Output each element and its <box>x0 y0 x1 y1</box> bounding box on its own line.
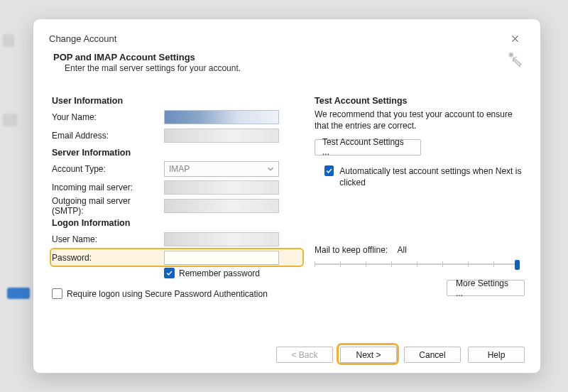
password-input[interactable] <box>164 251 279 265</box>
username-label: User Name: <box>52 234 164 244</box>
header-title: POP and IMAP Account Settings <box>53 52 505 62</box>
help-button[interactable]: Help <box>468 347 525 363</box>
email-label: Email Address: <box>52 131 164 141</box>
logon-info-heading: Logon Information <box>52 218 302 228</box>
remember-password-label: Remember password <box>179 268 260 278</box>
left-column: User Information Your Name: Email Addres… <box>52 94 302 299</box>
mail-offline-label: Mail to keep offline: <box>315 245 388 255</box>
next-button[interactable]: Next > <box>340 347 397 363</box>
account-type-value: IMAP <box>169 164 190 174</box>
auto-test-checkbox[interactable] <box>324 165 334 176</box>
username-input[interactable] <box>164 232 279 246</box>
back-button[interactable]: < Back <box>276 347 333 363</box>
account-type-label: Account Type: <box>52 164 164 174</box>
spa-checkbox[interactable] <box>52 288 62 299</box>
incoming-server-input[interactable] <box>164 180 279 195</box>
dialog-header: POP and IMAP Account Settings Enter the … <box>49 52 525 73</box>
remember-password-checkbox[interactable] <box>164 268 175 278</box>
your-name-input[interactable] <box>164 110 279 124</box>
test-settings-heading: Test Account Settings <box>315 96 522 106</box>
mail-offline-value: All <box>398 245 407 255</box>
email-input[interactable] <box>164 129 279 143</box>
your-name-label: Your Name: <box>52 112 164 122</box>
close-button[interactable] <box>505 31 525 46</box>
slider-thumb[interactable] <box>515 260 520 270</box>
user-info-heading: User Information <box>52 96 302 106</box>
outgoing-label: Outgoing mail server (SMTP): <box>52 196 164 216</box>
server-info-heading: Server Information <box>52 148 302 158</box>
sparkle-icon <box>505 50 525 70</box>
chevron-down-icon <box>266 164 275 174</box>
more-settings-button[interactable]: More Settings ... <box>447 280 525 296</box>
window-title: Change Account <box>49 33 505 44</box>
spa-label: Require logon using Secure Password Auth… <box>67 289 268 299</box>
mail-offline-section: Mail to keep offline: All <box>315 245 522 269</box>
password-label: Password: <box>52 253 164 263</box>
incoming-label: Incoming mail server: <box>52 183 164 192</box>
account-type-select[interactable]: IMAP <box>164 161 279 177</box>
cancel-button[interactable]: Cancel <box>404 347 461 363</box>
test-account-button[interactable]: Test Account Settings ... <box>315 139 421 156</box>
dialog-footer: < Back Next > Cancel Help <box>33 347 540 363</box>
titlebar: Change Account <box>49 29 525 48</box>
mail-offline-slider[interactable] <box>315 259 519 269</box>
outgoing-server-input[interactable] <box>164 199 279 213</box>
close-icon <box>510 34 520 43</box>
header-subtitle: Enter the mail server settings for your … <box>65 63 505 73</box>
auto-test-label: Automatically test account settings when… <box>339 165 522 188</box>
test-settings-desc: We recommend that you test your account … <box>315 109 522 131</box>
right-column: Test Account Settings We recommend that … <box>310 94 522 299</box>
change-account-dialog: Change Account POP and IMAP Account Sett… <box>33 18 541 374</box>
